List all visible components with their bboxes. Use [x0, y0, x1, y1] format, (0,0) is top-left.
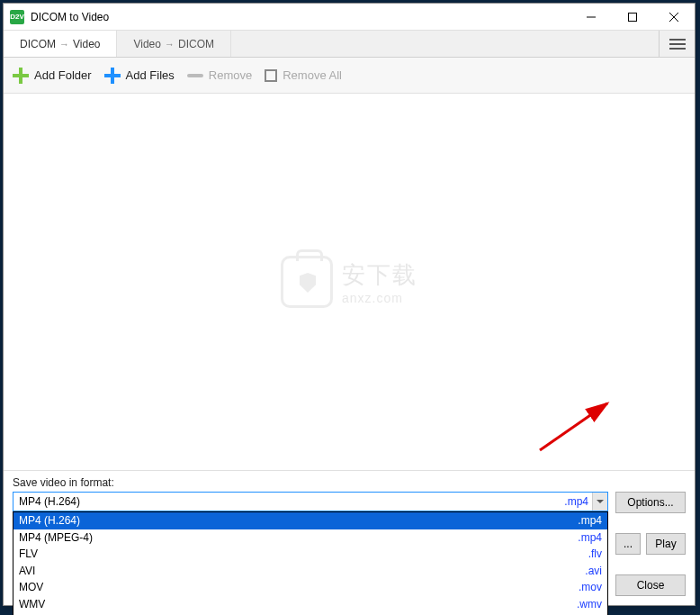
plus-icon — [13, 68, 29, 84]
selected-format-ext: .mp4 — [564, 495, 588, 508]
format-option-name: AVI — [19, 564, 585, 579]
format-option-name: FLV — [19, 547, 588, 562]
format-option[interactable]: MP4 (H.264).mp4 — [13, 512, 607, 529]
toolbar: Add Folder Add Files Remove Remove All — [4, 58, 695, 94]
minus-icon — [187, 74, 203, 77]
remove-all-label: Remove All — [283, 68, 342, 82]
maximize-button[interactable] — [612, 4, 653, 31]
format-option[interactable]: MOV.mov — [13, 579, 607, 596]
format-option-ext: .mp4 — [578, 513, 602, 529]
format-option[interactable]: WMV.wmv — [13, 596, 607, 613]
format-option[interactable]: AVI.avi — [13, 563, 607, 580]
format-select[interactable]: MP4 (H.264) .mp4 — [13, 492, 608, 511]
format-option-name: MP4 (MPEG-4) — [19, 530, 578, 546]
format-label: Save video in format: — [13, 476, 686, 489]
add-files-label: Add Files — [126, 68, 175, 82]
titlebar: D2V DICOM to Video — [4, 4, 695, 31]
tab-to-label: DICOM — [178, 38, 214, 50]
format-option[interactable]: MP4 (MPEG-4).mp4 — [13, 529, 607, 547]
watermark-text: 安下载 anxz.com — [342, 259, 417, 305]
bottom-panel: Save video in format: MP4 (H.264) .mp4 M… — [4, 470, 695, 605]
add-folder-label: Add Folder — [34, 68, 92, 82]
tab-to-label: Video — [73, 38, 100, 50]
format-option-ext: .mp4 — [578, 530, 602, 546]
app-window: D2V DICOM to Video DICOM → Video Video →… — [3, 3, 696, 606]
add-files-button[interactable]: Add Files — [104, 68, 175, 84]
format-option-ext: .mov — [579, 580, 602, 595]
format-option-name: WMV — [19, 597, 577, 612]
format-option-ext: .avi — [585, 564, 602, 579]
arrow-right-icon: → — [59, 39, 69, 50]
browse-button[interactable]: ... — [615, 533, 641, 555]
lock-bag-icon — [281, 256, 333, 308]
minimize-button[interactable] — [570, 4, 612, 31]
content-area: 安下载 anxz.com — [4, 94, 695, 470]
remove-label: Remove — [209, 68, 252, 82]
tab-from-label: Video — [133, 38, 160, 50]
window-title: DICOM to Video — [31, 11, 570, 23]
svg-rect-1 — [629, 13, 637, 21]
window-controls — [570, 4, 695, 31]
tab-from-label: DICOM — [20, 38, 56, 50]
watermark: 安下载 anxz.com — [281, 256, 417, 308]
tabs-row: DICOM → Video Video → DICOM — [4, 31, 695, 58]
chevron-down-icon — [597, 500, 604, 503]
format-option-name: MOV — [19, 580, 579, 595]
dropdown-toggle[interactable] — [592, 493, 607, 511]
square-icon — [265, 69, 277, 82]
close-button[interactable]: Close — [615, 574, 686, 596]
remove-button[interactable]: Remove — [187, 68, 252, 82]
format-dropdown: MP4 (H.264) .mp4 MP4 (H.264).mp4MP4 (MPE… — [13, 492, 608, 511]
options-button[interactable]: Options... — [615, 492, 686, 513]
selected-format-name: MP4 (H.264) — [19, 495, 564, 508]
format-options-list: MP4 (H.264).mp4MP4 (MPEG-4).mp4FLV.flvAV… — [13, 511, 608, 615]
side-buttons: Options... ... Play Close — [615, 492, 686, 596]
tab-dicom-to-video[interactable]: DICOM → Video — [4, 31, 117, 57]
remove-all-button[interactable]: Remove All — [265, 68, 342, 82]
format-option-ext: .wmv — [577, 597, 602, 612]
format-option-name: MP4 (H.264) — [19, 513, 578, 529]
controls-row: MP4 (H.264) .mp4 MP4 (H.264).mp4MP4 (MPE… — [13, 492, 686, 596]
close-window-button[interactable] — [653, 4, 695, 31]
tab-video-to-dicom[interactable]: Video → DICOM — [117, 31, 230, 57]
add-folder-button[interactable]: Add Folder — [13, 68, 92, 84]
app-icon: D2V — [10, 10, 24, 24]
menu-button[interactable] — [659, 31, 695, 57]
play-button[interactable]: Play — [646, 533, 686, 555]
arrow-right-icon: → — [165, 39, 175, 50]
plus-icon — [104, 68, 121, 84]
format-option-ext: .flv — [588, 547, 602, 562]
format-option[interactable]: FLV.flv — [13, 546, 607, 563]
hamburger-icon — [669, 39, 686, 50]
